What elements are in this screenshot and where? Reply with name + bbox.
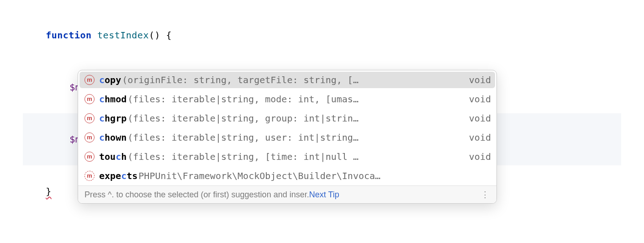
completion-signature: (files: iterable|string, user: int|strin… <box>127 131 461 144</box>
autocomplete-footer: Press ^. to choose the selected (or firs… <box>78 185 496 203</box>
more-options-icon[interactable]: ⋮ <box>481 190 490 200</box>
autocomplete-item[interactable]: mchown(files: iterable|string, user: int… <box>78 128 496 147</box>
completion-signature: (files: iterable|string, mode: int, [uma… <box>127 92 461 106</box>
keyword-function: function <box>46 30 91 41</box>
completion-return-type: void <box>461 111 491 125</box>
completion-name: chmod <box>99 92 127 106</box>
autocomplete-item[interactable]: mtouch(files: iterable|string, [time: in… <box>78 147 496 166</box>
completion-signature: (originFile: string, targetFile: string,… <box>122 73 461 87</box>
method-icon: m <box>84 171 95 181</box>
footer-hint-text: Press ^. to choose the selected (or firs… <box>84 190 309 200</box>
open-brace: { <box>160 30 172 41</box>
completion-name: copy <box>99 73 121 87</box>
method-icon: m <box>84 94 95 104</box>
completion-return-type: void <box>461 92 491 106</box>
function-name: testIndex <box>97 30 149 41</box>
completion-return-type: void <box>461 131 491 144</box>
autocomplete-item[interactable]: mexpects PHPUnit\Framework\MockObject\Bu… <box>78 166 496 185</box>
autocomplete-item[interactable]: mchmod(files: iterable|string, mode: int… <box>78 90 496 109</box>
method-icon: m <box>84 152 95 162</box>
autocomplete-list: mcopy(originFile: string, targetFile: st… <box>78 72 496 185</box>
autocomplete-item[interactable]: mchgrp(files: iterable|string, group: in… <box>78 109 496 128</box>
method-icon: m <box>84 132 95 143</box>
completion-return-type: void <box>461 150 491 164</box>
autocomplete-item[interactable]: mcopy(originFile: string, targetFile: st… <box>79 72 495 88</box>
next-tip-link[interactable]: Next Tip <box>309 190 339 200</box>
completion-signature: (files: iterable|string, [time: int|null… <box>127 150 461 164</box>
method-icon: m <box>84 113 95 123</box>
method-icon: m <box>84 75 95 85</box>
completion-name: chown <box>99 131 127 144</box>
autocomplete-popup[interactable]: mcopy(originFile: string, targetFile: st… <box>78 70 497 204</box>
fn-parens: () <box>149 30 160 41</box>
completion-name: expects <box>99 169 137 183</box>
completion-return-type: void <box>461 73 491 87</box>
code-line-1[interactable]: function testIndex() { <box>23 9 621 61</box>
completion-name: chgrp <box>99 111 127 125</box>
completion-name: touch <box>99 150 127 164</box>
completion-signature: (files: iterable|string, group: int|stri… <box>127 111 461 125</box>
completion-signature: PHPUnit\Framework\MockObject\Builder\Inv… <box>138 169 491 183</box>
close-brace: } <box>46 186 52 197</box>
